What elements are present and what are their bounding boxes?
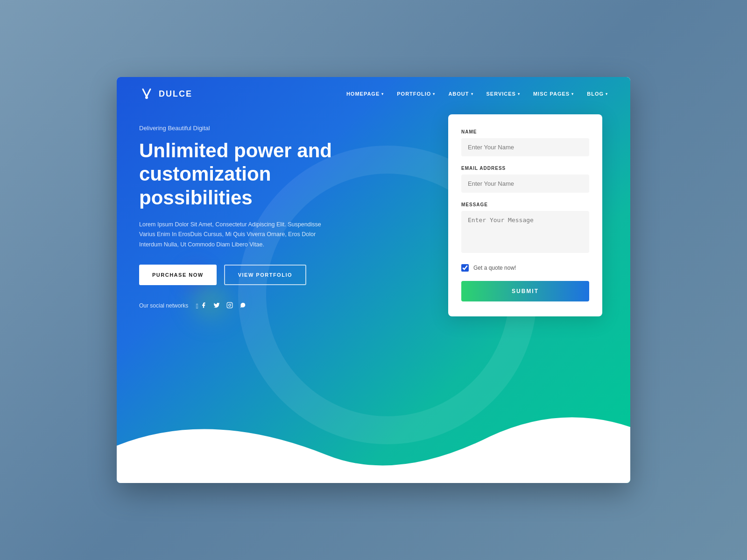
- chevron-down-icon: ▾: [381, 92, 384, 96]
- email-input[interactable]: [461, 175, 589, 193]
- svg-rect-1: [227, 302, 233, 308]
- nav-services[interactable]: SERVICES ▾: [486, 91, 520, 97]
- logo-icon: [139, 87, 154, 100]
- quote-checkbox[interactable]: [461, 264, 469, 272]
- social-label: Our social networks: [139, 302, 188, 309]
- facebook-icon[interactable]: : [196, 302, 207, 310]
- name-field-group: NAME: [461, 129, 589, 156]
- contact-form-card: NAME EMAIL ADDRESS MESSAGE Get a quote n…: [448, 114, 602, 316]
- submit-button[interactable]: SUBMIT: [461, 281, 589, 301]
- logo-text: DULCE: [159, 89, 192, 99]
- chevron-down-icon: ▾: [571, 92, 574, 96]
- hero-subtitle: Delivering Beautiful Digital: [139, 125, 374, 132]
- chevron-down-icon: ▾: [433, 92, 435, 96]
- email-label: EMAIL ADDRESS: [461, 166, 589, 171]
- checkbox-row: Get a quote now!: [461, 264, 589, 272]
- hero-title: Unlimited power and customization possib…: [139, 139, 374, 210]
- twitter-icon[interactable]: [213, 302, 220, 310]
- whatsapp-icon[interactable]: [240, 302, 246, 310]
- chevron-down-icon: ▾: [606, 92, 608, 96]
- nav-misc-pages[interactable]: MISC PAGES ▾: [533, 91, 574, 97]
- purchase-now-button[interactable]: PURCHASE NOW: [139, 265, 217, 285]
- message-field-group: MESSAGE: [461, 202, 589, 255]
- nav-blog[interactable]: BLOG ▾: [587, 91, 608, 97]
- nav-homepage[interactable]: HOMEPAGE ▾: [346, 91, 384, 97]
- message-textarea[interactable]: [461, 211, 589, 253]
- instagram-icon[interactable]: [226, 302, 233, 310]
- chevron-down-icon: ▾: [471, 92, 473, 96]
- name-input[interactable]: [461, 138, 589, 156]
- social-icons: : [196, 302, 246, 310]
- chevron-down-icon: ▾: [518, 92, 520, 96]
- name-label: NAME: [461, 129, 589, 134]
- view-portfolio-button[interactable]: VIEW PORTFOLIO: [224, 265, 306, 285]
- hero-buttons: PURCHASE NOW VIEW PORTFOLIO: [139, 265, 374, 285]
- navbar: DULCE HOMEPAGE ▾ PORTFOLIO ▾ ABOUT ▾ SER…: [117, 77, 630, 111]
- logo[interactable]: DULCE: [139, 87, 192, 100]
- email-field-group: EMAIL ADDRESS: [461, 166, 589, 193]
- hero-description: Lorem Ipsum Dolor Sit Amet, Consectetur …: [139, 220, 335, 250]
- wave-decoration: [117, 399, 630, 483]
- nav-about[interactable]: ABOUT ▾: [448, 91, 473, 97]
- quote-checkbox-label: Get a quote now!: [473, 265, 516, 271]
- nav-menu: HOMEPAGE ▾ PORTFOLIO ▾ ABOUT ▾ SERVICES …: [346, 91, 608, 97]
- social-row: Our social networks : [139, 302, 374, 310]
- nav-portfolio[interactable]: PORTFOLIO ▾: [397, 91, 435, 97]
- svg-point-0: [145, 96, 148, 99]
- hero-content: Delivering Beautiful Digital Unlimited p…: [117, 111, 397, 310]
- message-label: MESSAGE: [461, 202, 589, 207]
